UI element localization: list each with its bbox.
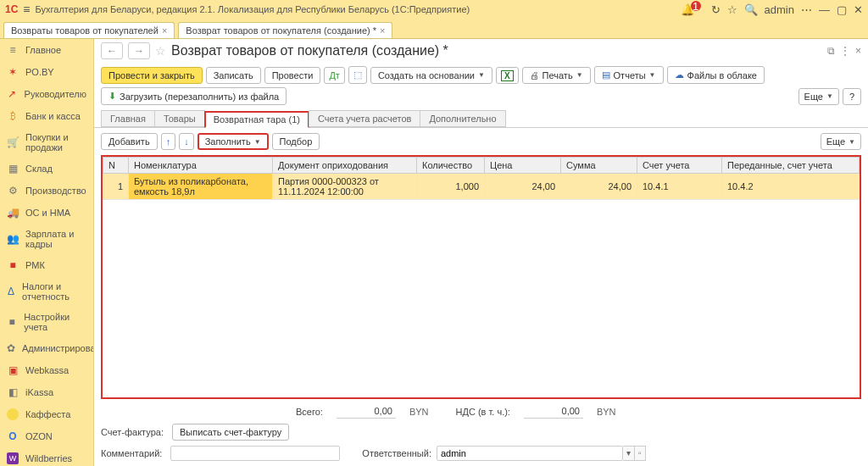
page-menu-icon[interactable]: ⋮	[840, 45, 850, 57]
tab-returnable-tare[interactable]: Возвратная тара (1)	[204, 111, 309, 128]
minimize-icon[interactable]: —	[819, 3, 830, 16]
col-acc[interactable]: Счет учета	[637, 158, 722, 174]
sidebar-item[interactable]: ▣Webkassa	[0, 359, 93, 381]
open-ref-icon[interactable]: ▫	[635, 446, 646, 461]
cell-qty[interactable]: 1,000	[417, 174, 485, 200]
dropdown-icon[interactable]: ▾	[623, 446, 635, 461]
cell-nom[interactable]: Бутыль из поликарбоната, емкость 18,9л	[129, 174, 273, 200]
tab-accounts[interactable]: Счета учета расчетов	[309, 110, 420, 127]
sidebar-item[interactable]: ≡Главное	[0, 39, 93, 61]
cell-doc[interactable]: Партия 0000-000323 от 11.11.2024 12:00:0…	[273, 174, 417, 200]
sidebar-item[interactable]: ✶PO.BY	[0, 61, 93, 83]
user-label[interactable]: admin	[765, 3, 794, 16]
close-icon[interactable]: ×	[162, 25, 167, 36]
structure-icon[interactable]: ⬚	[348, 66, 367, 84]
table-row[interactable]: 1 Бутыль из поликарбоната, емкость 18,9л…	[103, 174, 860, 200]
more-button[interactable]: Еще▼	[798, 88, 839, 105]
sidebar-item[interactable]: ◧iKassa	[0, 381, 93, 403]
sidebar-item[interactable]: ■РМК	[0, 254, 93, 276]
tab-main[interactable]: Главная	[101, 110, 155, 127]
sidebar-icon: ▦	[7, 163, 19, 175]
col-qty[interactable]: Количество	[417, 158, 485, 174]
sidebar-item[interactable]: ⚙Производство	[0, 180, 93, 202]
col-doc[interactable]: Документ оприходования	[273, 158, 417, 174]
close-page-icon[interactable]: ×	[855, 45, 861, 57]
cell-n[interactable]: 1	[103, 174, 129, 200]
create-based-button[interactable]: Создать на основании▼	[370, 67, 492, 84]
comment-input[interactable]	[170, 446, 340, 461]
currency: BYN	[597, 407, 616, 417]
move-up-icon[interactable]: ↑	[161, 133, 176, 150]
reports-button[interactable]: ▤Отчеты▼	[594, 66, 664, 84]
tare-table[interactable]: N Номенклатура Документ оприходования Ко…	[101, 155, 861, 399]
sidebar-item[interactable]: Каффеста	[0, 403, 93, 425]
sidebar-label: Банк и касса	[25, 111, 81, 121]
col-nom[interactable]: Номенклатура	[129, 158, 273, 174]
favorite-icon[interactable]: ☆	[155, 44, 166, 58]
add-row-button[interactable]: Добавить	[101, 133, 158, 150]
col-n[interactable]: N	[103, 158, 129, 174]
nav-back-button[interactable]: ←	[101, 42, 123, 59]
cloud-icon: ☁	[675, 69, 684, 80]
sidebar-item[interactable]: ✿Администрирование	[0, 337, 93, 359]
invoice-row: Счет-фактура: Выписать счет-фактуру	[101, 424, 861, 441]
sidebar-label: Webkassa	[25, 365, 69, 375]
files-button[interactable]: ☁Файлы в облаке	[667, 66, 765, 84]
print-button[interactable]: 🖨Печать▼	[522, 67, 591, 84]
sidebar-item[interactable]: ■Настройки учета	[0, 307, 93, 337]
cell-price[interactable]: 24,00	[485, 174, 561, 200]
responsible-input[interactable]	[437, 446, 623, 461]
open-new-window-icon[interactable]: ⧉	[827, 45, 835, 57]
sidebar-item[interactable]: ▦Склад	[0, 158, 93, 180]
settings-icon[interactable]: ⋯	[801, 3, 812, 16]
invoice-label: Счет-фактура:	[101, 427, 167, 437]
pick-button[interactable]: Подбор	[272, 133, 320, 150]
post-button[interactable]: Провести	[264, 67, 321, 84]
sidebar-label: ОС и НМА	[25, 208, 70, 218]
sidebar-item[interactable]: 🛒Покупки и продажи	[0, 127, 93, 158]
sidebar-label: Wildberries	[25, 453, 72, 463]
close-icon[interactable]: ×	[380, 25, 385, 36]
nav-forward-button[interactable]: →	[128, 42, 150, 59]
tab-extra[interactable]: Дополнительно	[420, 110, 505, 127]
excel-export-icon[interactable]: X	[496, 67, 519, 84]
col-price[interactable]: Цена	[485, 158, 561, 174]
tab-document[interactable]: Возврат товаров от покупателя (создание)…	[178, 22, 392, 38]
close-window-icon[interactable]: ✕	[854, 3, 863, 16]
totals-row: Всего: 0,00 BYN НДС (в т. ч.): 0,00 BYN	[101, 404, 861, 419]
col-sum[interactable]: Сумма	[561, 158, 637, 174]
search-icon[interactable]: 🔍	[744, 3, 758, 16]
sidebar-icon: W	[7, 452, 19, 464]
fill-button[interactable]: Заполнить ▼	[198, 133, 269, 150]
post-and-close-button[interactable]: Провести и закрыть	[101, 67, 203, 84]
sidebar-item[interactable]: 🚚ОС и НМА	[0, 202, 93, 224]
movements-icon[interactable]: Дт	[324, 67, 345, 84]
table-more-button[interactable]: Еще▼	[821, 133, 861, 150]
cell-sum[interactable]: 24,00	[561, 174, 637, 200]
maximize-icon[interactable]: ▢	[837, 3, 847, 16]
sidebar-item[interactable]: ↗Руководителю	[0, 83, 93, 105]
save-button[interactable]: Записать	[206, 67, 261, 84]
main-menu-icon[interactable]: ≡	[23, 3, 30, 16]
app-title: Бухгалтерия для Беларуси, редакция 2.1. …	[36, 4, 676, 14]
col-acc2[interactable]: Переданные, счет учета	[722, 158, 860, 174]
cell-acc[interactable]: 10.4.1	[637, 174, 722, 200]
notifications-icon[interactable]: 🔔1	[681, 3, 704, 16]
history-icon[interactable]: ↻	[711, 3, 721, 16]
sidebar-icon	[7, 408, 19, 420]
sidebar-label: Администрирование	[22, 343, 93, 353]
sidebar-item[interactable]: ΔНалоги и отчетность	[0, 276, 93, 307]
sidebar-item[interactable]: OOZON	[0, 425, 93, 447]
tab-list[interactable]: Возвраты товаров от покупателей ×	[3, 22, 175, 38]
sidebar-item[interactable]: ₿Банк и касса	[0, 105, 93, 127]
btn-label: Отчеты	[614, 70, 646, 80]
favorites-icon[interactable]: ☆	[727, 3, 737, 16]
move-down-icon[interactable]: ↓	[179, 133, 194, 150]
cell-acc2[interactable]: 10.4.2	[722, 174, 860, 200]
sidebar-item[interactable]: WWildberries	[0, 447, 93, 466]
sidebar-item[interactable]: 👥Зарплата и кадры	[0, 224, 93, 254]
load-from-file-button[interactable]: ⬇Загрузить (перезаполнить) из файла	[101, 87, 287, 105]
tab-goods[interactable]: Товары	[154, 110, 205, 127]
help-button[interactable]: ?	[843, 88, 861, 105]
create-invoice-button[interactable]: Выписать счет-фактуру	[172, 424, 289, 441]
